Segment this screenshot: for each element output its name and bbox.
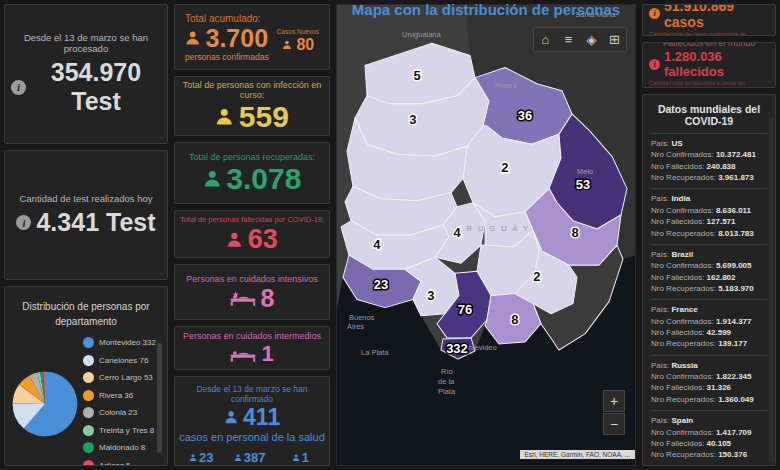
map-badge-maldonado[interactable]: 8 bbox=[511, 312, 518, 327]
intensive-bed-icon bbox=[230, 290, 256, 307]
map-badge-rivera[interactable]: 36 bbox=[518, 108, 532, 123]
tests-today-value: 4.341 Test bbox=[36, 208, 155, 237]
country-field-label: País: bbox=[651, 250, 671, 259]
country-field-label: Nro Fallecidos: bbox=[651, 273, 707, 282]
active-cases-value: 559 bbox=[239, 102, 289, 132]
basemap-icon[interactable]: ⊞ bbox=[603, 28, 626, 51]
country-block-russia: País: RussiaNro Confirmados: 1.822.345Nr… bbox=[651, 355, 767, 410]
map-badge-san-jose[interactable]: 3 bbox=[427, 288, 434, 303]
countries-scrollbar[interactable] bbox=[775, 117, 776, 203]
info-icon: i bbox=[16, 215, 31, 230]
country-deaths-value: 162.802 bbox=[707, 273, 736, 282]
map-badge-lavalleja[interactable]: 2 bbox=[533, 269, 540, 284]
country-confirmed-row: Nro Confirmados: 5.699.005 bbox=[651, 260, 767, 271]
country-field-label: Nro Confirmados: bbox=[651, 206, 716, 215]
map-place-label: Rivera bbox=[495, 81, 517, 90]
legend-swatch bbox=[83, 442, 94, 453]
zoom-out-button[interactable]: − bbox=[603, 413, 625, 435]
world-cases-sub: Cantidad total de casos confirmados de c… bbox=[649, 31, 769, 37]
accumulated-sub: personas confirmadas bbox=[185, 52, 269, 62]
country-field-label: Nro Fallecidos: bbox=[651, 217, 707, 226]
icu-value-row: 8 bbox=[230, 286, 275, 311]
legend-item[interactable]: Montevideo 332 bbox=[83, 337, 163, 348]
legend-label: Rivera 36 bbox=[99, 391, 133, 400]
legend-swatch bbox=[83, 337, 94, 348]
country-confirmed-row: Nro Confirmados: 1.822.345 bbox=[651, 371, 767, 382]
country-block-spain: País: SpainNro Confirmados: 1.417.709Nro… bbox=[651, 410, 767, 465]
world-deaths-title: Fallecidos en el mundo bbox=[649, 42, 769, 48]
person-icon bbox=[234, 453, 242, 462]
country-field-label: País: bbox=[651, 139, 671, 148]
layers-icon[interactable]: ◈ bbox=[580, 28, 603, 51]
active-cases-panel: Total de personas con infección en curso… bbox=[174, 76, 330, 136]
countries-scroll-track[interactable] bbox=[769, 117, 774, 463]
country-field-label: País: bbox=[651, 361, 671, 370]
accumulated-main: Total acumulado: 3.700 personas confirma… bbox=[185, 13, 269, 62]
map-badge-flores[interactable]: 4 bbox=[453, 225, 461, 240]
pie-chart[interactable] bbox=[9, 369, 81, 439]
country-field-label: Nro Confirmados: bbox=[651, 317, 716, 326]
map-zoom-controls: + − bbox=[603, 390, 625, 435]
countries-list[interactable]: País: USNro Confirmados: 10.372.481Nro F… bbox=[651, 133, 767, 465]
legend-item[interactable]: Colonia 23 bbox=[83, 407, 163, 418]
uruguay-map-svg: UruguaianaSanta MariaRiveraMeloBuenosAir… bbox=[337, 5, 635, 465]
map-badge-montevideo[interactable]: 332 bbox=[446, 341, 468, 356]
tests-processed-label: Desde el 13 de marzo se han procesado bbox=[11, 32, 161, 54]
country-confirmed-row: Nro Confirmados: 1.417.709 bbox=[651, 427, 767, 438]
map-badge-cerro-largo[interactable]: 53 bbox=[576, 177, 590, 192]
accumulated-title: Total acumulado: bbox=[185, 13, 261, 24]
map-toolbar: ⌂ ≡ ◈ ⊞ bbox=[533, 27, 627, 52]
map-badge-colonia[interactable]: 23 bbox=[374, 277, 388, 292]
health-workers-stats: 23Activos387Recuperados1Fallecidos bbox=[179, 450, 325, 466]
legend-icon[interactable]: ≡ bbox=[557, 28, 580, 51]
health-worker-stat-activos: 23Activos bbox=[189, 450, 214, 466]
deaths-value: 63 bbox=[248, 226, 278, 253]
stat-value-row: 1 bbox=[292, 450, 309, 465]
legend-item[interactable]: Canelones 76 bbox=[83, 355, 163, 366]
legend-label: Maldonado 8 bbox=[99, 443, 145, 452]
country-name: Brazil bbox=[671, 250, 693, 259]
country-field-label: Nro Fallecidos: bbox=[651, 328, 707, 337]
country-name-row: País: France bbox=[651, 304, 767, 315]
map-badge-tacuarembo[interactable]: 2 bbox=[501, 160, 508, 175]
legend-item[interactable]: Rivera 36 bbox=[83, 390, 163, 401]
country-name-row: País: Russia bbox=[651, 360, 767, 371]
tests-processed-value: 354.970 Test bbox=[31, 58, 161, 116]
country-confirmed-row: Nro Confirmados: 8.636.011 bbox=[651, 205, 767, 216]
legend-scrollbar[interactable] bbox=[157, 343, 162, 453]
country-confirmed-value: 1.417.709 bbox=[716, 428, 752, 437]
map-badge-salto[interactable]: 3 bbox=[409, 112, 416, 127]
recovered-label: Total de personas recuperadas: bbox=[189, 152, 315, 162]
map-place-label: La Plata bbox=[361, 348, 389, 357]
legend-item[interactable]: Maldonado 8 bbox=[83, 442, 163, 453]
legend-item[interactable]: Artigas 5 bbox=[83, 460, 163, 467]
country-name: US bbox=[671, 139, 682, 148]
legend-item[interactable]: Treinta y Tres 8 bbox=[83, 425, 163, 436]
map-attribution: Esri, HERE, Garmin, FAO, NOAA, ... bbox=[520, 450, 635, 459]
world-data-title: Datos mundiales del COVID-19 bbox=[651, 100, 767, 133]
country-name-row: País: US bbox=[651, 138, 767, 149]
map-place-label: Uruguaiana bbox=[402, 30, 442, 39]
map-column: Mapa con la distribución de personas bbox=[336, 4, 636, 466]
country-recovered-row: Nro Recuperados: 150.376 bbox=[651, 449, 767, 460]
icu-panel: Personas en cuidados intensivos 8 bbox=[174, 264, 330, 320]
legend-item[interactable]: Cerro Largo 53 bbox=[83, 372, 163, 383]
map-badge-treinta-y-tres[interactable]: 8 bbox=[571, 225, 578, 240]
deaths-label: Total de personas fallecidas por COVID-1… bbox=[180, 215, 324, 224]
country-block-us: País: USNro Confirmados: 10.372.481Nro F… bbox=[651, 133, 767, 188]
new-cases-label: Casos Nuevos bbox=[277, 28, 319, 35]
country-recovered-row: Nro Recuperados: 5.183.970 bbox=[651, 283, 767, 294]
info-icon: i bbox=[11, 80, 26, 95]
country-name-row: País: Brazil bbox=[651, 249, 767, 260]
map-canvas[interactable]: UruguaianaSanta MariaRiveraMeloBuenosAir… bbox=[336, 4, 636, 466]
zoom-in-button[interactable]: + bbox=[603, 390, 625, 412]
home-icon[interactable]: ⌂ bbox=[534, 28, 557, 51]
stat-value-row: 23 bbox=[189, 450, 214, 465]
map-badge-soriano[interactable]: 4 bbox=[373, 237, 381, 252]
map-badge-artigas[interactable]: 5 bbox=[413, 68, 420, 83]
middle-column: Total acumulado: 3.700 personas confirma… bbox=[174, 4, 330, 466]
icu-value: 8 bbox=[261, 286, 275, 311]
country-field-label: Nro Recuperados: bbox=[651, 450, 718, 459]
map-badge-canelones[interactable]: 76 bbox=[458, 302, 472, 317]
health-workers-panel: Desde el 13 de marzo se han confirmado 4… bbox=[174, 376, 330, 466]
